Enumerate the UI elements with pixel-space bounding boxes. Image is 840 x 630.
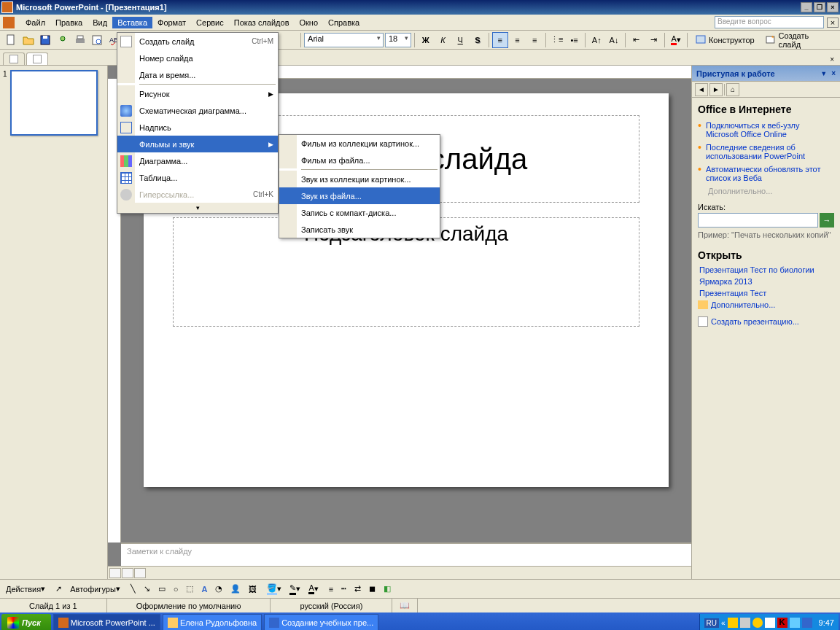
font-color-button[interactable]: A▾: [668, 32, 684, 48]
menu-format[interactable]: Формат: [152, 17, 191, 28]
picture-tool[interactable]: 🖼: [246, 581, 260, 597]
slides-tab[interactable]: [26, 52, 48, 65]
save-button[interactable]: [37, 32, 53, 48]
search-input[interactable]: [698, 213, 818, 228]
minimize-button[interactable]: _: [801, 2, 812, 12]
line-tool[interactable]: ╲: [128, 581, 139, 597]
menu-slideshow[interactable]: Показ слайдов: [229, 17, 295, 28]
submenu-movie-clipart[interactable]: Фильм из коллекции картинок...: [279, 135, 440, 152]
recent-file-2[interactable]: Ярмарка 2013: [698, 277, 834, 286]
restore-button[interactable]: ❐: [814, 2, 825, 12]
submenu-movie-file[interactable]: Фильм из файла...: [279, 152, 440, 168]
menu-chart[interactable]: Диаграмма...: [117, 152, 278, 169]
autoshapes-menu[interactable]: Автофигуры ▾: [67, 581, 123, 597]
tp-more-link[interactable]: Дополнительно...: [708, 187, 834, 195]
menu-textbox[interactable]: Надпись: [117, 119, 278, 136]
tray-chevron[interactable]: «: [721, 619, 726, 627]
menu-picture[interactable]: Рисунок▶: [117, 85, 278, 102]
menu-expand-chevron[interactable]: ▾: [117, 203, 278, 213]
oval-tool[interactable]: ○: [171, 581, 182, 597]
taskbar-clock[interactable]: 9:47: [819, 618, 834, 627]
menu-table[interactable]: Таблица...: [117, 169, 278, 186]
search-go-button[interactable]: →: [820, 213, 834, 228]
recent-file-3[interactable]: Презентация Тест: [698, 289, 834, 298]
task-pane-close[interactable]: ×: [831, 69, 836, 77]
taskbar-word[interactable]: Создание учебных пре...: [264, 614, 378, 630]
menu-tools[interactable]: Сервис: [191, 17, 229, 28]
menu-view[interactable]: Вид: [88, 17, 112, 28]
recent-file-1[interactable]: Презентация Тест по биологии: [698, 265, 834, 274]
close-document-button[interactable]: ×: [827, 18, 839, 28]
print-button[interactable]: [72, 32, 88, 48]
taskbar-folder[interactable]: Елена Рудольфовна: [163, 614, 262, 630]
start-button[interactable]: Пуск: [1, 614, 51, 630]
menu-diagram[interactable]: Схематическая диаграмма...: [117, 102, 278, 119]
tray-icon-3[interactable]: [752, 618, 763, 628]
textbox-tool[interactable]: ⬚: [183, 581, 196, 597]
preview-button[interactable]: [90, 32, 106, 48]
submenu-sound-file[interactable]: Звук из файла...: [279, 187, 440, 204]
tp-link-news[interactable]: Последние сведения об использовании Powe…: [698, 143, 834, 160]
decrease-indent-button[interactable]: ⇤: [629, 32, 645, 48]
close-button[interactable]: ×: [827, 2, 839, 12]
menu-new-slide[interactable]: Создать слайд Ctrl+M: [117, 33, 278, 50]
tray-icon-4[interactable]: [765, 618, 775, 628]
submenu-cd-audio[interactable]: Запись с компакт-диска...: [279, 204, 440, 221]
font-name-combo[interactable]: Arial: [304, 33, 384, 47]
submenu-sound-clipart[interactable]: Звук из коллекции картинок...: [279, 171, 440, 187]
rectangle-tool[interactable]: ▭: [155, 581, 168, 597]
language-indicator[interactable]: RU: [704, 618, 719, 628]
normal-view-button[interactable]: [109, 568, 121, 578]
tp-link-auto-update[interactable]: Автоматически обновлять этот список из В…: [698, 165, 834, 182]
control-menu-icon[interactable]: [3, 17, 15, 28]
task-pane-dropdown[interactable]: ▼: [820, 70, 827, 77]
tray-icon-2[interactable]: [740, 618, 750, 628]
line-color-tool[interactable]: ✎▾: [287, 581, 303, 597]
numbering-button[interactable]: ⋮≡: [549, 32, 565, 48]
tray-icon-5[interactable]: K: [777, 618, 788, 628]
shadow-tool[interactable]: ◼: [366, 581, 378, 597]
shadow-button[interactable]: S: [470, 32, 486, 48]
bold-button[interactable]: Ж: [418, 32, 434, 48]
italic-button[interactable]: К: [435, 32, 451, 48]
align-center-button[interactable]: ≡: [510, 32, 526, 48]
create-presentation-link[interactable]: Создать презентацию...: [698, 316, 834, 327]
menu-file[interactable]: Файл: [20, 17, 50, 28]
nav-home-button[interactable]: ⌂: [726, 83, 739, 96]
menu-slide-number[interactable]: Номер слайда: [117, 50, 278, 66]
tray-icon-6[interactable]: [790, 618, 800, 628]
select-tool[interactable]: ➚: [52, 581, 65, 597]
font-size-combo[interactable]: 18: [385, 33, 411, 47]
wordart-tool[interactable]: A: [198, 581, 210, 597]
taskbar-powerpoint[interactable]: Microsoft PowerPoint ...: [53, 614, 160, 630]
decrease-font-button[interactable]: A↓: [606, 32, 622, 48]
status-spellcheck-icon[interactable]: 📖: [392, 599, 418, 612]
menu-date-time[interactable]: Дата и время...: [117, 66, 278, 83]
slide-thumbnail-1[interactable]: [10, 70, 98, 136]
new-slide-button[interactable]: * Создать слайд: [761, 32, 837, 48]
increase-font-button[interactable]: A↑: [588, 32, 604, 48]
help-question-input[interactable]: Введите вопрос: [715, 16, 824, 28]
font-color-tool[interactable]: A▾: [306, 581, 321, 597]
nav-forward-button[interactable]: ►: [709, 83, 723, 96]
align-left-button[interactable]: ≡: [492, 32, 508, 48]
open-button[interactable]: [20, 32, 36, 48]
tp-link-connect[interactable]: Подключиться к веб-узлу Microsoft Office…: [698, 121, 834, 139]
menu-edit[interactable]: Правка: [50, 17, 88, 28]
diagram-tool[interactable]: ◔: [212, 581, 225, 597]
dash-style-tool[interactable]: ┅: [338, 581, 349, 597]
submenu-record-sound[interactable]: Записать звук: [279, 221, 440, 238]
actions-menu[interactable]: Действия ▾: [3, 581, 48, 597]
panel-close-button[interactable]: ×: [827, 54, 837, 65]
open-more-link[interactable]: Дополнительно...: [698, 300, 834, 309]
sorter-view-button[interactable]: [122, 568, 133, 578]
slideshow-view-button[interactable]: [134, 568, 146, 578]
menu-insert[interactable]: Вставка: [112, 17, 152, 28]
arrow-tool[interactable]: ↘: [141, 581, 153, 597]
menu-movies-sound[interactable]: Фильмы и звук▶: [117, 136, 278, 152]
align-right-button[interactable]: ≡: [526, 32, 542, 48]
clipart-tool[interactable]: 👤: [228, 581, 244, 597]
bullets-button[interactable]: •≡: [567, 32, 583, 48]
permission-button[interactable]: [55, 32, 71, 48]
nav-back-button[interactable]: ◄: [695, 83, 708, 96]
